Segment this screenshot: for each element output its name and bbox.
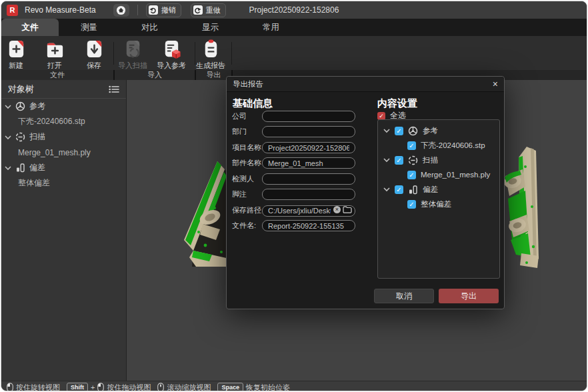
open-project-button[interactable]: 打开 [37,38,72,71]
app-window: R Revo Measure-Beta 撤销 重做 Project2025092… [1,1,587,391]
content-settings-heading: 内容设置 [377,97,417,110]
titlebar: R Revo Measure-Beta 撤销 重做 Project2025092… [1,1,587,19]
export-report-dialog: 导出报告 × 基础信息 公司 部门 项目名称 部件名称 检测人 脚注 [226,76,505,309]
reference-checkbox[interactable]: ✓ [395,127,403,135]
mouse-wheel-icon [157,383,164,391]
footnote-input[interactable] [262,189,355,200]
save-project-button[interactable]: 保存 [77,38,111,71]
mesh-left[interactable] [183,152,229,267]
content-group-reference[interactable]: ✓ 参考 [378,123,499,138]
redo-button[interactable]: 重做 [191,3,226,17]
mouse-left-icon [97,383,104,391]
generate-report-button[interactable]: 生成报告 [193,38,228,71]
tree-item-scan-file[interactable]: Merge_01_mesh.ply [1,145,126,160]
chevron-down-icon[interactable] [383,157,390,163]
tab-display[interactable]: 显示 [180,19,241,36]
export-button[interactable]: 导出 [439,289,499,303]
import-scan-icon [122,38,144,60]
browse-folder-icon[interactable] [343,206,352,213]
inspector-input[interactable] [262,173,355,185]
tree-group-deviation[interactable]: 偏差 [1,160,126,175]
content-item-reference-file[interactable]: ✓ 下壳-20240606.stp [378,138,499,153]
content-group-scan[interactable]: ✓ 扫描 [378,153,499,167]
deviation-icon [408,185,418,195]
chevron-down-icon[interactable] [5,104,11,109]
reference-icon [408,126,418,136]
home-button[interactable] [113,4,129,17]
tab-measure[interactable]: 测量 [59,19,119,36]
scan-file-checkbox[interactable]: ✓ [407,171,416,179]
file-name-input[interactable] [262,220,355,231]
new-project-button[interactable]: 新建 [1,38,33,71]
scan-checkbox[interactable]: ✓ [395,156,403,165]
hint-reset: Space 恢复初始位姿 [217,383,290,392]
tab-file[interactable]: 文件 [1,19,59,36]
chevron-down-icon[interactable] [5,135,11,140]
content-tree-panel: ✓ 参考 ✓ 下壳-20240606.stp ✓ 扫描 ✓ Merge_01_m… [377,119,500,279]
department-input[interactable] [262,126,355,137]
group-label-import: 导入 [115,70,195,80]
field-part-name: 部件名称 [232,157,355,169]
space-key-badge: Space [217,383,243,391]
tree-item-reference-file[interactable]: 下壳-20240606.stp [1,114,126,129]
field-save-path: 保存路径 × [232,205,355,216]
redo-label: 重做 [206,5,221,15]
tab-common[interactable]: 常用 [241,19,301,36]
field-file-name: 文件名: [232,220,355,231]
shift-key-badge: Shift [67,383,88,391]
select-all-checkbox[interactable]: ✓ [377,112,385,120]
group-label-file: 文件 [1,70,113,80]
hint-pan: Shift + 按住拖动视图 [67,383,151,392]
new-file-icon [5,38,27,60]
content-item-deviation-overall[interactable]: ✓ 整体偏差 [378,197,499,211]
save-path-input[interactable] [262,205,355,217]
undo-icon [149,5,158,15]
tree-options-icon[interactable] [109,85,119,93]
save-icon [83,38,105,60]
app-name: Revo Measure-Beta [25,5,96,15]
deviation-overall-checkbox[interactable]: ✓ [407,200,416,209]
ribbon-tabbar: 文件 测量 对比 显示 常用 [1,19,587,36]
import-reference-icon [161,38,183,60]
chevron-down-icon[interactable] [383,187,390,192]
content-group-deviation[interactable]: ✓ 偏差 [378,182,499,197]
field-project-name: 项目名称 [232,142,355,153]
tree-group-scan[interactable]: 扫描 [1,129,126,145]
titlebar-divider [137,5,138,15]
tab-compare[interactable]: 对比 [119,19,180,36]
close-icon[interactable]: × [493,79,498,89]
cancel-button[interactable]: 取消 [374,289,434,303]
home-icon [116,5,126,15]
reference-file-checkbox[interactable]: ✓ [407,141,416,150]
chevron-down-icon[interactable] [383,128,390,133]
tree-group-reference[interactable]: 参考 [1,99,126,114]
company-input[interactable] [262,111,355,122]
object-tree-title: 对象树 [8,83,34,95]
field-department: 部门 [232,126,355,137]
hint-rotate: 按住旋转视图 [7,383,60,392]
toolbar-divider [113,42,114,65]
dialog-footer: 取消 导出 [227,289,504,303]
chevron-down-icon[interactable] [5,165,11,171]
reference-icon [15,101,25,111]
mouse-left-icon [7,383,13,391]
open-folder-icon [44,38,66,60]
toolbar-divider [231,42,232,65]
generate-report-icon [200,38,222,60]
dialog-titlebar[interactable]: 导出报告 × [227,77,504,92]
statusbar: 按住旋转视图 Shift + 按住拖动视图 滚动缩放视图 Space 恢复初始位… [1,381,587,391]
basic-info-heading: 基础信息 [233,97,273,110]
deviation-checkbox[interactable]: ✓ [395,185,403,194]
tree-item-deviation-overall[interactable]: 整体偏差 [1,175,126,191]
dialog-title: 导出报告 [233,79,263,89]
project-name-input[interactable] [262,142,355,153]
scan-icon [15,132,25,142]
content-item-scan-file[interactable]: ✓ Merge_01_mesh.ply [378,167,499,182]
import-reference-button[interactable]: 导入参考 [154,38,189,71]
mesh-right[interactable] [503,147,548,269]
field-footnote: 脚注 [232,189,355,200]
part-name-input[interactable] [262,157,355,169]
object-tree-panel: 对象树 参考 下壳-20240606.stp 扫描 Merge_01_mesh.… [1,80,127,381]
ribbon-toolbar: 新建 打开 保存 导入扫描 导入参考 [1,36,587,70]
undo-button[interactable]: 撤销 [146,3,181,17]
